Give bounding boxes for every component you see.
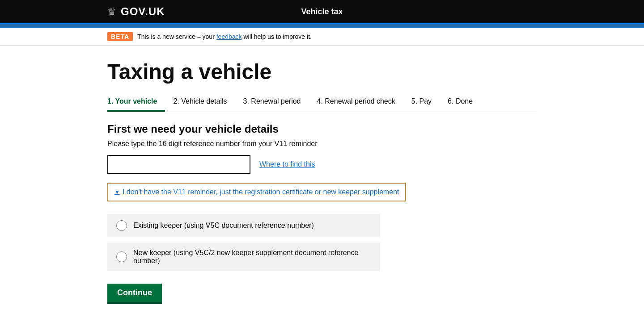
reference-number-input[interactable] bbox=[107, 155, 250, 174]
radio-group-keeper: Existing keeper (using V5C document refe… bbox=[107, 214, 537, 271]
steps-list: 1. Your vehicle 2. Vehicle details 3. Re… bbox=[107, 93, 537, 112]
step-4-renewal-period-check[interactable]: 4. Renewal period check bbox=[309, 93, 403, 112]
expandable-text: I don't have the V11 reminder, just the … bbox=[123, 188, 399, 196]
reference-row: Where to find this bbox=[107, 155, 537, 174]
beta-message-before: This is a new service – your bbox=[137, 33, 216, 40]
continue-button[interactable]: Continue bbox=[107, 284, 162, 304]
vehicle-details-section: First we need your vehicle details Pleas… bbox=[107, 123, 537, 304]
form-section-desc: Please type the 16 digit reference numbe… bbox=[107, 140, 537, 148]
radio-option-new-keeper[interactable]: New keeper (using V5C/2 new keeper suppl… bbox=[107, 243, 380, 271]
radio-new-keeper[interactable] bbox=[116, 251, 127, 262]
step-6-done[interactable]: 6. Done bbox=[440, 93, 481, 112]
beta-message-after: will help us to improve it. bbox=[242, 33, 312, 40]
site-header: ♕ GOV.UK Vehicle tax bbox=[0, 0, 644, 23]
beta-message: This is a new service – your feedback wi… bbox=[137, 33, 312, 40]
radio-new-keeper-label: New keeper (using V5C/2 new keeper suppl… bbox=[133, 249, 371, 265]
radio-option-existing-keeper[interactable]: Existing keeper (using V5C document refe… bbox=[107, 214, 380, 237]
where-to-find-link[interactable]: Where to find this bbox=[259, 160, 315, 168]
gov-uk-logo[interactable]: ♕ GOV.UK bbox=[107, 5, 165, 18]
crown-icon: ♕ bbox=[107, 6, 116, 17]
step-1-your-vehicle[interactable]: 1. Your vehicle bbox=[107, 93, 165, 112]
feedback-link[interactable]: feedback bbox=[216, 33, 242, 40]
step-2-vehicle-details[interactable]: 2. Vehicle details bbox=[165, 93, 235, 112]
page-title: Taxing a vehicle bbox=[107, 59, 537, 84]
step-5-pay[interactable]: 5. Pay bbox=[403, 93, 440, 112]
step-3-renewal-period[interactable]: 3. Renewal period bbox=[235, 93, 309, 112]
radio-existing-keeper-label: Existing keeper (using V5C document refe… bbox=[133, 222, 314, 230]
blue-bar bbox=[0, 23, 644, 28]
expandable-toggle[interactable]: ▼ I don't have the V11 reminder, just th… bbox=[114, 188, 399, 196]
expandable-no-v11[interactable]: ▼ I don't have the V11 reminder, just th… bbox=[107, 183, 406, 201]
beta-badge: BETA bbox=[107, 32, 133, 41]
form-section-title: First we need your vehicle details bbox=[107, 123, 537, 135]
gov-uk-logo-text: GOV.UK bbox=[121, 5, 165, 18]
main-content: Taxing a vehicle 1. Your vehicle 2. Vehi… bbox=[0, 59, 644, 304]
chevron-down-icon: ▼ bbox=[114, 189, 120, 195]
service-title: Vehicle tax bbox=[301, 7, 343, 17]
steps-nav: 1. Your vehicle 2. Vehicle details 3. Re… bbox=[107, 93, 537, 112]
beta-banner: BETA This is a new service – your feedba… bbox=[0, 28, 644, 46]
radio-existing-keeper[interactable] bbox=[116, 220, 127, 231]
